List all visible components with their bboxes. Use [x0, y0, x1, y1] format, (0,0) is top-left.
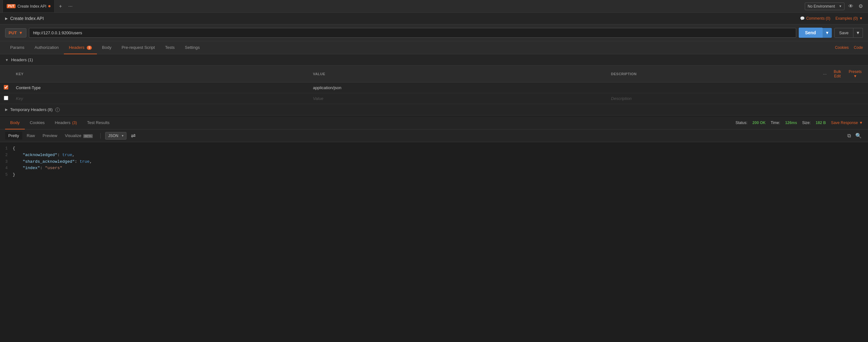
status-code: 200 OK — [752, 121, 765, 125]
beta-badge: BETA — [83, 134, 93, 138]
json-format-wrapper: JSON ▼ — [105, 132, 126, 140]
main-container: ▶ Create Index API 💬 Comments (0) Exampl… — [0, 13, 868, 342]
presets-label: Presets — [848, 69, 862, 74]
body-format-tabs: Pretty Raw Preview Visualize BETA — [5, 132, 96, 140]
response-code-area: 1 { 2 "acknowledged": true, 3 "shards_ac… — [0, 142, 868, 181]
line-num-4: 4 — [0, 165, 13, 171]
method-label: PUT — [8, 30, 17, 35]
request-tabs: Params Authorization Headers 9 Body Pre-… — [0, 41, 868, 54]
more-options-button[interactable]: ··· — [821, 71, 829, 77]
eye-icon-button[interactable]: 👁 — [847, 2, 855, 10]
more-tabs-button[interactable]: ··· — [66, 3, 74, 10]
tab-body[interactable]: Body — [97, 41, 117, 54]
resp-tab-headers[interactable]: Headers (3) — [50, 116, 82, 130]
save-dropdown-button[interactable]: ▼ — [854, 28, 863, 38]
gear-icon: ⚙ — [859, 3, 863, 9]
response-tabs-bar: Body Cookies Headers (3) Test Results St… — [0, 116, 868, 130]
tab-authorization[interactable]: Authorization — [30, 41, 64, 54]
gear-icon-button[interactable]: ⚙ — [857, 2, 864, 10]
comments-link[interactable]: 💬 Comments (0) — [800, 16, 830, 21]
size-value: 182 B — [815, 121, 826, 125]
tab-actions: + ··· — [57, 3, 75, 10]
resp-headers-badge: (3) — [72, 121, 77, 125]
headers-table: KEY VALUE DESCRIPTION ··· Bulk Edit Pres… — [0, 66, 868, 104]
send-button[interactable]: Send — [799, 28, 822, 38]
examples-label: Examples (0) — [835, 16, 858, 21]
request-title: Create Index API — [10, 16, 44, 21]
tab-prerequest[interactable]: Pre-request Script — [117, 41, 160, 54]
table-row: Content-Type application/json — [0, 82, 868, 93]
request-arrow-icon: ▶ — [5, 16, 8, 21]
time-value: 126ms — [785, 121, 797, 125]
comments-icon: 💬 — [800, 16, 805, 21]
copy-response-button[interactable]: ⧉ — [846, 132, 852, 140]
code-link[interactable]: Code — [854, 45, 863, 50]
wrap-button[interactable]: ⇌ — [129, 132, 137, 140]
format-divider — [100, 133, 101, 139]
row2-key-cell[interactable]: Key — [12, 93, 309, 104]
url-input[interactable] — [29, 28, 796, 38]
code-content-2: "acknowledged": true, — [13, 152, 75, 159]
save-button[interactable]: Save — [834, 28, 854, 38]
bulk-edit-button[interactable]: Bulk Edit — [831, 68, 843, 80]
code-line-5: 5 } — [0, 172, 868, 178]
examples-link[interactable]: Examples (0) ▼ — [835, 16, 863, 21]
request-name: ▶ Create Index API — [5, 16, 44, 21]
cookies-link[interactable]: Cookies — [835, 45, 848, 50]
row2-value-cell[interactable]: Value — [309, 93, 607, 104]
copy-icon: ⧉ — [847, 133, 851, 138]
top-tab-bar: PUT Create Index API + ··· No Environmen… — [0, 0, 868, 13]
tab-headers[interactable]: Headers 9 — [64, 41, 97, 54]
tab-name: Create Index API — [18, 4, 46, 8]
table-header-actions: ··· Bulk Edit Presets ▼ — [821, 68, 864, 80]
resp-tab-body[interactable]: Body — [5, 116, 25, 130]
line-num-5: 5 — [0, 172, 13, 178]
request-tabs-left: Params Authorization Headers 9 Body Pre-… — [5, 41, 205, 54]
row2-checkbox[interactable] — [4, 96, 8, 100]
row1-value-cell[interactable]: application/json — [309, 82, 607, 93]
row1-actions-cell — [817, 82, 868, 93]
row1-desc-cell[interactable] — [607, 82, 817, 93]
url-bar: PUT ▼ Send ▼ Save ▼ — [0, 25, 868, 41]
row2-checkbox-cell — [0, 93, 12, 104]
response-section: Body Cookies Headers (3) Test Results St… — [0, 115, 868, 181]
section-title: Headers (1) — [11, 58, 33, 62]
tab-tests[interactable]: Tests — [160, 41, 180, 54]
presets-button[interactable]: Presets ▼ — [846, 68, 864, 80]
method-dropdown[interactable]: PUT ▼ — [5, 28, 26, 37]
headers-badge: 9 — [87, 46, 92, 50]
add-tab-button[interactable]: + — [57, 3, 64, 10]
headers-table-head: KEY VALUE DESCRIPTION ··· Bulk Edit Pres… — [0, 66, 868, 82]
col-checkbox-header — [0, 66, 12, 82]
environment-select[interactable]: No Environment — [805, 3, 844, 10]
row1-checkbox[interactable] — [4, 85, 8, 90]
line-num-2: 2 — [0, 152, 13, 158]
response-body-toolbar: Pretty Raw Preview Visualize BETA JSON ▼… — [0, 130, 868, 142]
section-collapse-arrow[interactable]: ▼ — [5, 58, 8, 62]
json-format-select[interactable]: JSON — [105, 132, 126, 140]
method-arrow: ▼ — [19, 30, 23, 35]
row1-key-cell[interactable]: Content-Type — [12, 82, 309, 93]
format-tab-pretty[interactable]: Pretty — [5, 132, 22, 140]
send-dropdown-button[interactable]: ▼ — [822, 28, 832, 38]
body-toolbar-left: Pretty Raw Preview Visualize BETA JSON ▼… — [5, 132, 137, 140]
resp-tab-cookies[interactable]: Cookies — [25, 116, 50, 130]
resp-tab-test-results[interactable]: Test Results — [82, 116, 115, 130]
tab-params[interactable]: Params — [5, 41, 30, 54]
search-response-button[interactable]: 🔍 — [854, 131, 863, 140]
comments-label: Comments (0) — [806, 16, 830, 21]
format-tab-visualize[interactable]: Visualize BETA — [62, 132, 96, 140]
code-content-5: } — [13, 172, 15, 178]
request-tab[interactable]: PUT Create Index API — [3, 0, 55, 12]
format-tab-preview[interactable]: Preview — [39, 132, 60, 140]
save-response-button[interactable]: Save Response ▼ — [831, 121, 863, 125]
format-tab-raw[interactable]: Raw — [24, 132, 38, 140]
env-select-wrapper: No Environment ▼ — [805, 3, 844, 10]
row2-desc-cell[interactable]: Description — [607, 93, 817, 104]
row1-checkbox-cell — [0, 82, 12, 93]
code-content-4: "index": "users" — [13, 165, 62, 172]
temporary-headers-row[interactable]: ▶ Temporary Headers (8) i — [0, 104, 868, 115]
line-num-1: 1 — [0, 146, 13, 152]
tab-settings[interactable]: Settings — [180, 41, 205, 54]
code-line-1: 1 { — [0, 145, 868, 152]
